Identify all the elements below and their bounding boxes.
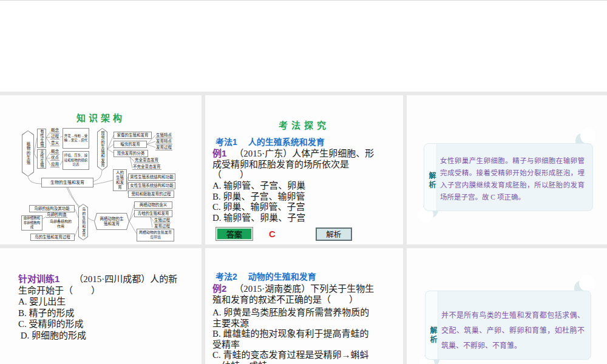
mindmap-node-frog: 青蛙的生殖和发育: [134, 210, 172, 217]
analysis2-text: 并不是所有鸟类的生殖和发育都包括求偶、交配、筑巢、产卵、孵卵和育雏，如杜鹃不筑巢…: [441, 308, 585, 354]
mindmap-node-fertilization: 受精和胚胎发育的过程: [128, 190, 174, 198]
mindmap-leaf-egg-roles: 鸟卵各结构的作用: [49, 220, 73, 229]
method2-option-b: B. 雌雄蛙的抱对现象有利于提高青蛙的受精率: [212, 329, 378, 350]
method1-option-c: C. 卵巢、输卵管、子宫: [212, 202, 378, 213]
slide-root: { "colors": { "accent_green": "#23a455",…: [0, 0, 607, 364]
mindmap-leaf-concept2: 概念: [50, 149, 59, 155]
mindmap-node-amphibian: 两栖动物的生殖和发育: [94, 213, 129, 230]
method2-question-text: （2015·湖南娄底）下列关于生物生殖和发育的叙述不正确的是（ ）: [212, 284, 374, 305]
method1-options: A. 输卵管、子宫、卵巢 B. 卵巢、子宫、输卵管 C. 卵巢、输卵管、子宫 D…: [212, 181, 378, 223]
practice-block: 针对训练1（2015·四川成都）人的新生命开始于（ ） A. 婴儿出生 B. 精…: [18, 274, 186, 341]
method2-option-a: A. 卵黄是鸟类胚胎发育所需营养物质的主要来源: [212, 308, 378, 329]
mindmap-leaf-egg-build: 鸟卵的构造: [46, 212, 67, 218]
practice-option-a: A. 婴儿出生: [18, 296, 186, 308]
method2-question: 例2（2015·湖南娄底）下列关于生物生殖和发育的叙述不正确的是（ ）: [212, 283, 378, 305]
mindmap-leaf-repro-point: 生殖特点: [155, 133, 172, 138]
mindmap-leaf-concept1: 概念: [50, 128, 59, 133]
mindmap-node-bird: 鸟的生殖和发育: [78, 204, 88, 240]
practice-option-c: C. 受精卵的形成: [18, 318, 186, 330]
mindmap-node-insect: 昆虫的生殖和发育: [97, 128, 107, 170]
analysis1-scroll: 解析 女性卵巢产生卵细胞。精子与卵细胞在输卵管完成受精。接着受精卵开始分裂形成胚…: [424, 143, 593, 211]
mindmap-node-center: 生物的生殖和发育: [41, 178, 93, 187]
mindmap-leaf-complete: 完全变态发育: [134, 158, 159, 163]
method1-option-a: A. 输卵管、子宫、卵巢: [212, 181, 378, 192]
mindmap-node-silkworm: 家蚕的生殖和发育: [114, 132, 152, 139]
scroll-rolled-edge: [426, 291, 438, 359]
mindmap-node-egg-structure: 鸟卵的结构及其功能: [29, 205, 75, 212]
method2-option-c: C. 青蛙的变态发育过程是受精卵→蝌蚪→幼蛙→成蛙: [212, 350, 378, 364]
analysis2-scroll: 解析 并不是所有鸟类的生殖和发育都包括求偶、交配、筑巢、产卵、孵卵和育雏，如杜鹃…: [425, 291, 591, 360]
mindmap-node-female: 女性生殖系统结构和功能: [128, 182, 175, 189]
practice-option-d: D. 卵细胞的形成: [18, 330, 186, 342]
mindmap-leaf-merit: 优点: [50, 155, 59, 161]
mindmap-node-male: 男性生殖系统结构和功能: [128, 174, 175, 181]
mindmap-node-insect-class: 昆虫发育的分类: [114, 150, 148, 157]
mindmap-leaf-dev-process: 发育过程: [155, 145, 172, 150]
mindmap-node-bird-process: 鸟的生殖和发育过程: [30, 234, 75, 241]
method2-example-label: 例2: [212, 283, 226, 294]
method1-heading: 考法1 人的生殖系统和发育: [215, 135, 325, 147]
method2-options: A. 卵黄是鸟类胚胎发育所需营养物质的主要来源 B. 雌雄蛙的抱对现象有利于提高…: [212, 308, 378, 364]
mindmap-leaf-process1: 过程: [50, 134, 59, 140]
analysis1-panel: 解析 女性卵巢产生卵细胞。精子与卵细胞在输卵管完成受精。接着受精卵开始分裂形成胚…: [407, 95, 607, 244]
mindmap-leaf-frog-repro: 生殖过程: [154, 218, 171, 223]
mindmap-node-human: 人的生殖和发育: [113, 169, 127, 191]
knowledge-map-panel: 知识架构 植物的生殖 有性生殖 概念: [0, 95, 202, 244]
mindmap-node-egg-cells: 由卵细胞和非卵细胞构成: [21, 215, 42, 231]
analysis2-label: 解析: [428, 326, 438, 345]
method2-heading: 考法2 动物的生殖和发育: [215, 270, 316, 282]
mindmap-node-plant: 植物的生殖: [22, 130, 34, 177]
analysis2-panel: 解析 并不是所有鸟类的生殖和发育都包括求偶、交配、筑巢、产卵、孵卵和育雏，如杜鹃…: [407, 248, 607, 364]
mindmap-leaf-meaning: 意义: [50, 141, 59, 146]
practice-panel: 针对训练1（2015·四川成都）人的新生命开始于（ ） A. 婴儿出生 B. 精…: [0, 248, 202, 364]
exam-method1-panel: 考法探究 考法1 人的生殖系统和发育 例1（2015·广东）人体产生卵细胞、形成…: [205, 95, 403, 244]
analysis1-label: 解析: [427, 172, 437, 190]
mindmap-leaf-incomplete: 不完全变态发育: [132, 164, 161, 170]
mindmap-node-flow: 开花→传粉→受精→果实→后代: [63, 128, 89, 149]
mindmap-node-graft: 扦插、压条、嫁接和植物的组织培养: [63, 151, 89, 170]
method1-example-label: 例1: [212, 148, 226, 158]
mindmap-node-amphibian-env: 两栖动物的生殖发育与环境: [137, 229, 174, 241]
analysis1-text: 女性卵巢产生卵细胞。精子与卵细胞在输卵管完成受精。接着受精卵开始分裂形成胚泡，埋…: [440, 155, 585, 203]
exam-method2-panel: 考法2 动物的生殖和发育 例2（2015·湖南娄底）下列关于生物生殖和发育的叙述…: [205, 248, 403, 364]
mindmap-node-amphibian-meaning: 两栖动物的含义: [134, 201, 172, 209]
method1-option-b: B. 卵巢、子宫、输卵管: [212, 192, 378, 203]
method1-question: 例1（2015·广东）人体产生卵细胞、形成受精卵和胚胎发育的场所依次是（ ）: [212, 148, 378, 181]
answer-button[interactable]: 答案: [215, 227, 253, 241]
mindmap-leaf-use: 应用: [50, 162, 59, 167]
practice-label: 针对训练1: [18, 274, 59, 284]
analysis-button[interactable]: 解析: [316, 228, 352, 241]
mindmap-node-plant-label: 植物的生殖: [25, 142, 30, 165]
practice-option-b: B. 精子的形成: [18, 308, 186, 319]
mindmap-node-locust: 蝗虫的发育: [114, 141, 147, 148]
method1-question-text: （2015·广东）人体产生卵细胞、形成受精卵和胚胎发育的场所依次是（ ）: [212, 149, 374, 180]
answer-letter: C: [269, 229, 276, 239]
mindmap-node-sexual: 有性生殖: [37, 129, 46, 148]
explore-title: 考法探究: [205, 118, 403, 131]
mindmap-leaf-dev-point: 发育特点: [155, 139, 172, 144]
mindmap-node-asexual: 无性生殖: [37, 149, 46, 169]
method1-option-d: D. 输卵管、卵巢、子宫: [212, 213, 378, 224]
